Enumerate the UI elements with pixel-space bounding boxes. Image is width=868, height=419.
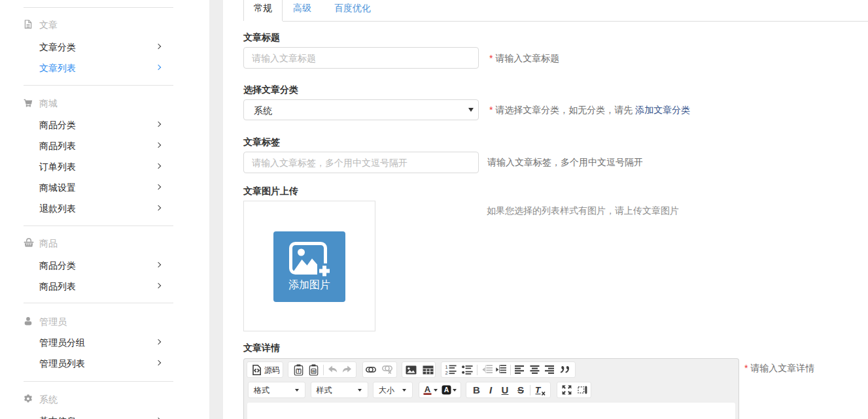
svg-text:2: 2: [445, 370, 448, 375]
svg-text:A: A: [424, 384, 430, 394]
svg-text:A: A: [443, 386, 449, 394]
svg-text:T: T: [535, 385, 542, 395]
svg-text:T: T: [297, 368, 300, 373]
svg-text:W: W: [311, 369, 315, 373]
